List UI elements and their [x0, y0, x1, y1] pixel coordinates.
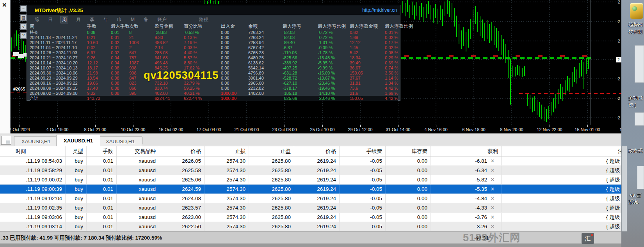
panel-tool-button[interactable]: ? — [20, 32, 27, 39]
stats-row[interactable]: 2024.10.14 ~ 2024.10.2012.120.041087496.… — [30, 60, 398, 66]
stats-cell: 3901.40 — [248, 76, 283, 81]
desktop-icon-label[interactable]: 数控制 — [628, 28, 642, 35]
order-cell: { 超级 — [502, 185, 621, 194]
panel-menu-item[interactable]: 日 — [47, 16, 54, 23]
time-axis[interactable]: 2 Oct 20244 Oct 19:008 Oct 21:0010 Oct 2… — [11, 125, 621, 133]
desktop-icon-label[interactable]: ea.言 — [630, 192, 641, 199]
stats-row[interactable]: 2024.09.09 ~ 2024.09.1517.400.08868830.7… — [30, 86, 398, 91]
desktop-doc-icon[interactable] — [635, 112, 644, 126]
order-cell: 2625.80 — [249, 166, 294, 175]
desktop-icon-label[interactable]: 系统. — [628, 199, 639, 205]
close-order-icon[interactable]: ✕ — [487, 185, 498, 194]
panel-menu-item[interactable]: 备 — [142, 16, 149, 23]
close-order-icon[interactable]: ✕ — [487, 175, 498, 184]
stats-row[interactable]: 持仓0.080.018-38.83-0.53 %0.007263.24-52.0… — [30, 30, 398, 35]
desktop-icon-label[interactable]: 趋势网 — [628, 21, 642, 28]
left-panel-strip: ✕ — [0, 0, 11, 133]
time-tick-label: 10 Oct 23:00 — [114, 127, 152, 132]
panel-tool-button[interactable]: − — [20, 5, 27, 12]
orders-header[interactable]: 获利 — [431, 146, 502, 156]
time-tick-label: 8 Oct 21:00 — [76, 127, 114, 132]
tab-list-icon[interactable] — [1, 136, 11, 145]
stats-cell — [111, 96, 129, 101]
close-order-icon[interactable]: ✕ — [487, 166, 498, 175]
stats-cell: 0.02 % — [385, 35, 398, 40]
stats-row[interactable]: 2024.11.18 ~ 2024.11.240.210.01219.300.1… — [30, 35, 398, 40]
position-band — [550, 57, 554, 59]
order-cell: 2625.80 — [249, 203, 294, 212]
orders-header[interactable]: 止损 — [205, 146, 249, 156]
stats-row[interactable]: 合计143.736224.41622.44 %1000.00-825.66-23… — [30, 96, 398, 101]
panel-menu-item[interactable]: 月 — [75, 16, 82, 23]
close-order-icon[interactable]: ✕ — [487, 222, 498, 231]
desktop-icon-label[interactable]: 多功能 — [628, 95, 642, 101]
panel-menu-item[interactable]: 综 — [33, 16, 40, 23]
window-edge-scrollbar[interactable] — [621, 146, 627, 231]
close-order-icon[interactable]: ✕ — [487, 213, 498, 222]
order-row[interactable]: .11.19 09:02:35buy0.01xauusd2623.572574.… — [0, 203, 621, 213]
desktop-gold-icon[interactable] — [630, 3, 643, 19]
panel-tool-button[interactable]: √ — [20, 23, 27, 30]
desktop-icon-label[interactable]: 改格式 — [628, 147, 642, 154]
orders-header[interactable]: 手续费 — [340, 146, 386, 156]
desktop-doc-icon[interactable] — [635, 45, 644, 83]
order-row[interactable]: .11.19 09:00:02buy0.01xauusd2625.062574.… — [0, 175, 621, 185]
chart-tab[interactable]: XAUUSD,H1 — [98, 136, 142, 146]
order-cell: 2574.30 — [205, 166, 249, 175]
orders-header[interactable]: 手数 — [87, 146, 117, 156]
stats-row[interactable]: 2024.09.02 ~ 2024.09.089.320.08395402.08… — [30, 91, 398, 96]
stats-cell: 1000.00 — [221, 96, 248, 101]
order-row[interactable]: .11.19 09:03:14buy0.01xauusd2622.502574.… — [0, 222, 621, 231]
panel-menu-item[interactable]: 季 — [89, 16, 96, 23]
mt4-window: #20652222222 ✕ −▨√? MTDriver统计 ,V3.25 ht… — [0, 0, 644, 247]
stats-cell: 4.42 % — [385, 86, 398, 91]
order-row[interactable]: .11.19 09:03:06buy0.01xauusd2623.002574.… — [0, 213, 621, 222]
chart-tab[interactable]: XAUUSD,H1 — [56, 135, 100, 147]
order-row[interactable]: .11.19 08:58:29buy0.01xauusd2625.582574.… — [0, 166, 621, 175]
stats-cell: 36.67 — [350, 66, 385, 71]
stats-row[interactable]: 2024.10.28 ~ 2024.11.036.970.02647285.03… — [30, 50, 398, 55]
close-order-icon[interactable]: ✕ — [487, 156, 498, 165]
stats-cell: 1402.08 — [248, 91, 283, 96]
orders-header[interactable]: 注 — [502, 146, 621, 156]
order-cell: 0.00 — [386, 156, 431, 165]
orders-header[interactable]: 价格 — [294, 146, 340, 156]
stats-row[interactable]: 2024.10.21 ~ 2024.10.279.260.04787341.63… — [30, 55, 398, 60]
orders-header[interactable]: 止盈 — [249, 146, 294, 156]
stats-row[interactable]: 2024.11.04 ~ 2024.11.100.020.0122.140.03… — [30, 45, 398, 50]
panel-menu-item[interactable]: 巾 — [116, 16, 123, 23]
mtdriver-stats-panel: MTDriver统计 ,V3.25 http://mtdriver.cn 综日周… — [27, 5, 400, 101]
order-cell: -0.05 — [340, 175, 386, 184]
order-row[interactable]: .11.19 08:54:03buy0.01xauusd2626.052574.… — [0, 156, 621, 166]
close-order-icon[interactable]: ✕ — [487, 203, 498, 212]
panel-menu-item[interactable]: 年 — [102, 16, 109, 23]
orders-header[interactable]: 时间 — [0, 146, 66, 156]
orders-header[interactable]: 价格 — [159, 146, 205, 156]
stats-row[interactable]: 2024.11.11 ~ 2024.11.1710.600.021006486.… — [30, 40, 398, 45]
orders-header[interactable]: 库存费 — [386, 146, 431, 156]
close-icon[interactable]: ✕ — [2, 2, 7, 9]
stats-cell: 0.01 — [111, 45, 129, 50]
panel-url-link[interactable]: http://mtdriver.cn — [362, 7, 397, 13]
panel-tool-button[interactable]: ▨ — [20, 14, 27, 21]
desktop-doc-icon[interactable] — [637, 166, 644, 189]
time-tick — [209, 125, 209, 127]
close-order-icon[interactable]: ✕ — [487, 194, 498, 203]
order-cell: buy — [66, 175, 87, 184]
orders-header[interactable]: 交易品种 — [117, 146, 159, 156]
panel-menu-item[interactable]: 账户 — [156, 16, 168, 23]
panel-menu-item[interactable]: 周 — [60, 16, 68, 23]
order-row[interactable]: .11.19 09:02:04buy0.01xauusd2624.082574.… — [0, 194, 621, 203]
chart-tab[interactable]: XAUUSD,H1 — [14, 136, 58, 146]
desktop-icon-label[interactable]: 统 ( — [628, 102, 636, 108]
order-row[interactable]: .11.19 09:00:39buy0.01xauusd2624.592574.… — [0, 185, 621, 194]
stats-cell: 6138.62 — [248, 60, 283, 66]
time-tick — [247, 125, 247, 127]
stats-cell: -23.46 % — [318, 81, 350, 86]
stats-cell: 0.03 % — [184, 45, 221, 50]
order-cell: 2625.80 — [249, 222, 294, 231]
panel-menu-item[interactable]: 路径 — [198, 16, 210, 23]
panel-menu-item[interactable]: M — [130, 17, 136, 22]
stats-header: 周 — [30, 24, 87, 29]
orders-header[interactable]: 类型 — [66, 146, 87, 156]
